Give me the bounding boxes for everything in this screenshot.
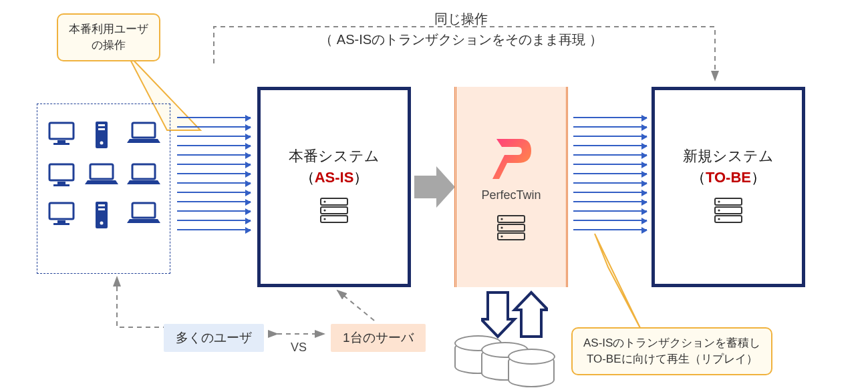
svg-rect-20 xyxy=(132,203,155,218)
label-one-server: 1台のサーバ xyxy=(331,324,426,352)
asis-tag: AS-IS xyxy=(315,169,354,186)
monitor-icon xyxy=(47,120,76,152)
perfectwin-box: PerfecTwin xyxy=(454,87,568,287)
server-icon xyxy=(495,214,527,244)
server-icon xyxy=(712,197,744,228)
svg-point-30 xyxy=(500,218,502,220)
svg-rect-2 xyxy=(53,143,69,145)
header-title-2: （ AS-ISのトランザクションをそのまま再現 ） xyxy=(281,31,641,49)
callout-replay: AS-ISのトランザクションを蓄積し TO-BEに向けて再生（リプレイ） xyxy=(571,327,772,375)
asis-title: 本番システム xyxy=(289,146,380,166)
svg-rect-7 xyxy=(132,123,155,138)
svg-point-31 xyxy=(500,226,502,228)
storage-cylinder-icon xyxy=(508,354,555,387)
header-title-1: 同じ操作 xyxy=(327,10,595,28)
svg-point-6 xyxy=(100,142,104,145)
tobe-system-box: 新規システム （TO-BE） xyxy=(652,87,805,287)
flow-arrows-pt-to-tobe xyxy=(573,117,647,230)
perfectwin-name: PerfecTwin xyxy=(481,188,541,202)
svg-rect-14 xyxy=(57,220,65,223)
svg-rect-18 xyxy=(98,208,105,210)
svg-rect-15 xyxy=(53,223,69,225)
svg-rect-4 xyxy=(98,124,105,126)
storage-io-arrows-icon xyxy=(481,287,548,341)
svg-point-36 xyxy=(718,200,720,202)
svg-point-26 xyxy=(323,218,325,220)
asis-system-box: 本番システム （AS-IS） xyxy=(257,87,411,287)
tower-icon xyxy=(94,200,110,232)
svg-rect-13 xyxy=(49,203,74,219)
svg-point-24 xyxy=(323,200,325,202)
svg-point-25 xyxy=(323,209,325,211)
tower-icon xyxy=(94,120,110,152)
laptop-icon xyxy=(127,200,160,232)
svg-point-32 xyxy=(500,235,502,237)
big-arrow-icon xyxy=(413,164,456,210)
label-many-users: 多くのユーザ xyxy=(164,324,264,352)
monitor-icon xyxy=(47,162,76,191)
perfectwin-logo-icon xyxy=(484,131,538,184)
laptop-icon xyxy=(127,162,160,191)
svg-rect-10 xyxy=(53,184,69,186)
svg-rect-8 xyxy=(49,164,74,180)
laptop-icon xyxy=(85,162,118,191)
monitor-icon xyxy=(47,200,76,232)
server-icon xyxy=(318,197,350,228)
svg-rect-9 xyxy=(57,182,65,184)
svg-rect-1 xyxy=(57,140,65,143)
svg-rect-17 xyxy=(98,204,105,206)
flow-arrows-users-to-asis xyxy=(177,117,251,230)
user-devices-cluster xyxy=(37,104,170,274)
svg-point-37 xyxy=(718,209,720,211)
svg-point-38 xyxy=(718,218,720,220)
tobe-tag: TO-BE xyxy=(706,169,751,186)
callout-user-ops: 本番利用ユーザ の操作 xyxy=(57,13,160,61)
tobe-title: 新規システム xyxy=(683,146,774,166)
svg-rect-11 xyxy=(90,164,113,179)
svg-point-19 xyxy=(100,222,104,225)
laptop-icon xyxy=(127,120,160,152)
svg-rect-5 xyxy=(98,128,105,130)
label-vs: VS xyxy=(291,341,307,355)
svg-rect-0 xyxy=(49,123,74,139)
svg-rect-12 xyxy=(132,164,155,179)
